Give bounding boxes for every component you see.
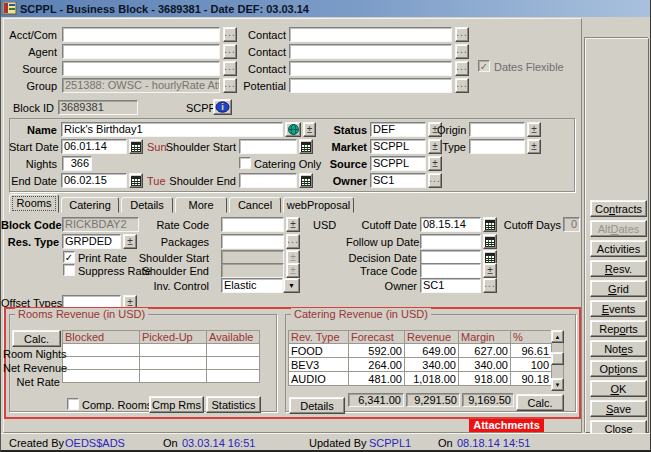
scroll-up-button[interactable]: ▲ [551, 330, 564, 343]
shoulder-end-field[interactable] [239, 173, 297, 188]
suppress-rate-checkbox[interactable] [63, 264, 75, 276]
attachments-badge[interactable]: Attachments [469, 419, 544, 432]
sidebar-button-ok[interactable]: OK [590, 380, 647, 397]
cell [63, 344, 140, 357]
agent-field[interactable] [62, 44, 220, 59]
acct-com-field[interactable] [62, 27, 220, 42]
sidebar-button-save[interactable]: Save [590, 400, 647, 417]
comp-rooms-checkbox[interactable] [67, 398, 79, 410]
revenue-cell: 649.00 [405, 344, 459, 358]
sidebar-button-options[interactable]: Options [590, 360, 647, 377]
calendar-icon [485, 253, 495, 263]
sidebar-button-reports[interactable]: Reports [590, 320, 647, 337]
potential-field[interactable] [289, 78, 452, 93]
res-type-field[interactable]: GRPDED [62, 234, 121, 249]
sidebar-button-grid[interactable]: Grid [590, 280, 647, 297]
title-bar[interactable]: SCPPL - Business Block - 3689381 - Date … [1, 0, 651, 17]
tab-cancel[interactable]: Cancel [229, 197, 281, 213]
dropdown-icon: ± [290, 220, 296, 229]
catering-calc-button[interactable]: Calc. [516, 394, 564, 411]
source-field[interactable]: SCPPL [370, 156, 426, 171]
statistics-button[interactable]: Statistics [206, 396, 261, 413]
contact-3-field[interactable] [289, 61, 452, 76]
owner-field[interactable]: SC1 [370, 173, 426, 188]
scrollbar-thumb[interactable] [551, 352, 564, 365]
end-date-calendar-button[interactable] [129, 173, 143, 188]
inv-control-combo-button[interactable]: ▼ [283, 278, 300, 293]
trace-code-dropdown-button[interactable]: ± [483, 263, 497, 278]
inv-control-field[interactable]: Elastic [221, 278, 283, 293]
property-info-button[interactable]: i [213, 99, 232, 115]
contact-1-field[interactable] [289, 27, 452, 42]
type-field[interactable] [469, 139, 525, 154]
scroll-down-button[interactable]: ▼ [551, 378, 564, 391]
calendar-icon [131, 176, 141, 186]
packages-field[interactable] [221, 234, 284, 249]
tab-catering[interactable]: Catering [61, 197, 119, 213]
rev-type-cell: AUDIO [289, 372, 349, 386]
cmp-rms-button[interactable]: Cmp Rms [149, 396, 204, 413]
calendar-icon [301, 142, 311, 152]
owner-label: Owner [321, 175, 367, 188]
type-dropdown-button[interactable]: ± [527, 139, 541, 154]
revenue-total-field: 9,291.50 [406, 393, 460, 407]
calendar-icon [131, 142, 141, 152]
details-button[interactable]: Details [289, 397, 345, 414]
contact-2-lov-button[interactable]: ... [455, 44, 469, 59]
name-field[interactable]: Rick's Birthday1 [61, 122, 283, 137]
table-row [63, 344, 260, 357]
tab-webproposal[interactable]: webProposal [283, 197, 354, 213]
app-icon[interactable] [3, 2, 17, 15]
cutoff-date-field[interactable]: 08.15.14 [420, 217, 481, 232]
rate-code-dropdown-button[interactable]: ± [286, 217, 300, 232]
shoulder-start-field[interactable] [239, 139, 297, 154]
origin-field[interactable] [469, 122, 525, 137]
start-date-field[interactable]: 06.01.14 [61, 139, 127, 154]
catering-only-checkbox[interactable] [239, 157, 251, 169]
nights-field[interactable]: 366 [62, 156, 92, 171]
rate-code-field[interactable] [221, 217, 284, 232]
contact-3-lov-button[interactable]: ... [455, 61, 469, 76]
name-translate-button[interactable] [285, 122, 301, 137]
potential-lov-button[interactable]: ... [455, 78, 469, 93]
tab-rooms[interactable]: Rooms [9, 194, 59, 213]
dropdown-icon: ± [432, 159, 438, 168]
comp-rooms-label: Comp. Rooms [82, 399, 154, 412]
table-row: BEV3 264.00 340.00 340.00 100 [289, 358, 552, 372]
origin-dropdown-button[interactable]: ± [527, 122, 541, 137]
follow-up-date-field[interactable] [420, 234, 481, 249]
shoulder-end-calendar-button[interactable] [299, 173, 313, 188]
sidebar-button-notes[interactable]: Notes [590, 340, 647, 357]
start-date-calendar-button[interactable] [129, 139, 143, 154]
end-date-field[interactable]: 06.02.15 [61, 173, 127, 188]
sidebar-button-resv[interactable]: Resv. [590, 260, 647, 277]
check-icon: ✓ [480, 61, 488, 72]
print-rate-checkbox[interactable]: ✓ [63, 251, 75, 263]
market-field[interactable]: SCPPL [370, 139, 426, 154]
net-revenue-row-label: Net Revenue [3, 362, 60, 375]
cutoff-date-calendar-button[interactable] [483, 217, 497, 232]
rooms-owner-field[interactable]: SC1 [420, 278, 481, 293]
contact-2-field[interactable] [289, 44, 452, 59]
rooms-calc-button[interactable]: Calc. [12, 330, 61, 347]
source-account-field[interactable] [62, 61, 220, 76]
follow-up-date-calendar-button[interactable] [483, 234, 497, 249]
tab-more[interactable]: More [175, 197, 227, 213]
status-field[interactable]: DEF [370, 122, 426, 137]
source-dropdown-button[interactable]: ± [428, 156, 442, 171]
sidebar-button-activities[interactable]: Activities [590, 240, 647, 257]
sidebar-button-events[interactable]: Events [590, 300, 647, 317]
rooms-shoulder-end-label: Shoulder End [131, 265, 209, 278]
sidebar-button-contracts[interactable]: Contracts [590, 200, 647, 217]
block-id-field: 3689381 [58, 100, 138, 115]
tab-details[interactable]: Details [121, 197, 173, 213]
name-dropdown-button[interactable]: ± [303, 122, 316, 137]
res-type-dropdown-button[interactable]: ± [123, 234, 137, 249]
column-header: Revenue [405, 331, 459, 344]
cell [140, 344, 207, 357]
block-code-label: Block Code [1, 219, 59, 232]
packages-lov-button[interactable]: ... [286, 234, 300, 249]
contact-1-lov-button[interactable]: ... [455, 27, 469, 42]
trace-code-field[interactable] [420, 263, 481, 278]
shoulder-start-calendar-button[interactable] [299, 139, 313, 154]
